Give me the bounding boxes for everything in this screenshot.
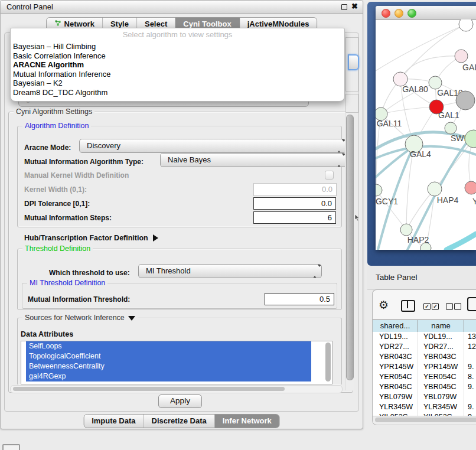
- network-node-y[interactable]: [465, 181, 476, 194]
- algorithm-dropdown-prompt: Select algorithm to view settings: [11, 28, 344, 42]
- table-cell: YDR27...: [373, 342, 418, 352]
- algorithm-option-mutual-information-inference[interactable]: Mutual Information Inference: [11, 70, 344, 79]
- settings-hscrollbar[interactable]: [10, 385, 343, 393]
- tab-impute-data[interactable]: Impute Data: [84, 415, 144, 428]
- collapse-down-icon: [128, 316, 135, 321]
- algorithm-option-aracne-algorithm[interactable]: ARACNE Algorithm: [11, 60, 344, 70]
- algorithm-option-bayesian-k2[interactable]: Bayesian – K2: [11, 79, 344, 88]
- network-node-gcy1[interactable]: [376, 184, 382, 196]
- spinner-arrows-icon: [337, 156, 341, 165]
- algorithm-option-dream8-dc-tdc-algorithm[interactable]: Dream8 DC_TDC Algorithm: [11, 88, 344, 97]
- focused-combo-fragment[interactable]: [348, 54, 359, 70]
- table-hscrollbar[interactable]: [373, 416, 476, 424]
- settings-vscrollbar-thumb[interactable]: [346, 115, 354, 380]
- table-cell: 9.: [464, 402, 476, 412]
- network-node-label: HAP4: [437, 195, 459, 205]
- dpi-tolerance-input[interactable]: 0.0: [253, 197, 336, 210]
- aracne-mode-label: Aracne Mode:: [24, 141, 71, 154]
- network-node-swi4[interactable]: [445, 122, 457, 134]
- table-hscrollbar-thumb[interactable]: [375, 418, 476, 422]
- mi-steps-input[interactable]: 6: [253, 211, 336, 224]
- network-node-label: GAL1: [438, 110, 459, 120]
- table-row[interactable]: YBL079WYBL079W: [373, 392, 476, 402]
- table-row[interactable]: YBR045CYBR045C9.: [373, 382, 476, 392]
- network-node-gal1[interactable]: [456, 91, 475, 110]
- attribute-item-topologicalcoefficient[interactable]: TopologicalCoefficient: [26, 351, 311, 361]
- network-node-label: Y: [472, 197, 476, 206]
- table-cell: YBR045C: [418, 382, 464, 392]
- network-canvas[interactable]: GALGAL80GAL10GAL1GAL11SWI4GAL4GCY1HAP4YH…: [376, 19, 476, 250]
- algorithm-definition-title: Algorithm Definition: [22, 122, 91, 130]
- network-node-label: GCY1: [376, 197, 398, 206]
- algorithm-option-bayesian-hill-climbing[interactable]: Bayesian – Hill Climbing: [11, 42, 344, 51]
- network-window-titlebar[interactable]: [376, 6, 476, 20]
- which-threshold-select[interactable]: MI Threshold: [138, 264, 322, 278]
- table-row[interactable]: YDR27...YDR27...12: [373, 342, 476, 352]
- table-cell: YDR27...: [418, 342, 464, 352]
- network-edge: [400, 56, 461, 79]
- tab-infer-network[interactable]: Infer Network: [215, 415, 279, 428]
- dpi-tolerance-label: DPI Tolerance [0,1]:: [24, 200, 90, 208]
- mi-type-select[interactable]: Naive Bayes: [160, 153, 346, 167]
- table-panel: ⚙ ✓ ✓ shared...name YDL19...YDL19...13YD…: [372, 289, 476, 425]
- kernel-width-input[interactable]: 0.0: [253, 183, 337, 196]
- table-cell: YBR043C: [418, 352, 464, 362]
- network-node-gal10[interactable]: [429, 76, 442, 89]
- control-panel-window: Control Panel ✖ NetworkStyleSelectCyni T…: [0, 0, 363, 429]
- table-row[interactable]: YER054CYER054C8.: [373, 372, 476, 382]
- table-cell: YBR045C: [373, 382, 418, 392]
- data-attributes-label: Data Attributes: [21, 330, 73, 338]
- network-node-gal[interactable]: [455, 50, 468, 63]
- network-edge: [376, 24, 466, 71]
- table-cell: YLR345W: [418, 402, 464, 412]
- control-panel-title: Control Panel: [6, 2, 53, 11]
- network-node[interactable]: [459, 19, 473, 31]
- network-node[interactable]: [465, 130, 476, 148]
- network-node-hap2[interactable]: [400, 224, 412, 236]
- attribute-item-gal4rgexp[interactable]: gal4RGexp: [26, 371, 311, 381]
- column-header-cut[interactable]: [464, 320, 476, 332]
- expand-right-icon: [153, 234, 158, 242]
- list-scrollbar-thumb[interactable]: [325, 343, 331, 381]
- threshold-definition-title: Threshold Definition: [22, 244, 93, 253]
- minimize-window-icon[interactable]: [395, 9, 403, 18]
- close-panel-icon[interactable]: ✖: [351, 2, 358, 11]
- manual-kernel-checkbox[interactable]: [325, 171, 334, 180]
- table-function-icon[interactable]: [467, 297, 476, 311]
- mi-threshold-input[interactable]: 0.5: [265, 293, 334, 305]
- close-window-icon[interactable]: [382, 9, 390, 18]
- tab-discretize-data[interactable]: Discretize Data: [144, 415, 215, 428]
- checked-checkbox-icon[interactable]: ✓: [423, 303, 431, 310]
- aracne-mode-select[interactable]: Discovery: [79, 139, 346, 153]
- hub-definition-toggle[interactable]: Hub/Transcription Factor Definition: [24, 234, 158, 242]
- unchecked-checkbox-icon[interactable]: [454, 303, 461, 310]
- minimized-panel-icon[interactable]: [2, 444, 20, 450]
- attribute-item-betweennesscentrality[interactable]: BetweennessCentrality: [26, 361, 311, 371]
- gear-icon[interactable]: ⚙: [379, 298, 389, 312]
- mouse-cursor: [354, 214, 360, 221]
- attribute-item-selfloops[interactable]: SelfLoops: [26, 341, 311, 351]
- table-cell: YBR043C: [373, 352, 418, 362]
- column-header-name[interactable]: name: [418, 320, 464, 332]
- table-row[interactable]: YBR043CYBR043C: [373, 352, 476, 362]
- columns-icon[interactable]: [401, 300, 415, 312]
- table-row[interactable]: YDL19...YDL19...13: [373, 332, 476, 342]
- unchecked-checkbox-icon[interactable]: [446, 303, 453, 310]
- network-node-label: GAL: [462, 63, 476, 72]
- algorithm-option-basic-correlation-inference[interactable]: Basic Correlation Inference: [11, 51, 344, 61]
- apply-button[interactable]: Apply: [158, 394, 202, 408]
- settings-hscrollbar-thumb[interactable]: [13, 387, 285, 391]
- checked-checkbox-icon[interactable]: ✓: [432, 303, 439, 310]
- bottom-tabs: Impute DataDiscretize DataInfer Network: [83, 414, 280, 428]
- column-header-shared[interactable]: shared...: [373, 320, 418, 332]
- data-attributes-list[interactable]: SelfLoopsTopologicalCoefficientBetweenne…: [21, 341, 332, 384]
- float-panel-icon[interactable]: [341, 4, 347, 10]
- table-row[interactable]: YLR345WYLR345W9.: [373, 402, 476, 412]
- table-row[interactable]: YPR145WYPR145W9.: [373, 362, 476, 372]
- network-node-hap4[interactable]: [428, 182, 442, 196]
- zoom-window-icon[interactable]: [407, 9, 416, 18]
- algorithm-dropdown-items: Bayesian – Hill ClimbingBasic Correlatio…: [11, 42, 344, 97]
- tab-label: Discretize Data: [152, 415, 207, 428]
- sources-title[interactable]: Sources for Network Inference: [22, 314, 138, 322]
- settings-vscrollbar[interactable]: [345, 113, 354, 390]
